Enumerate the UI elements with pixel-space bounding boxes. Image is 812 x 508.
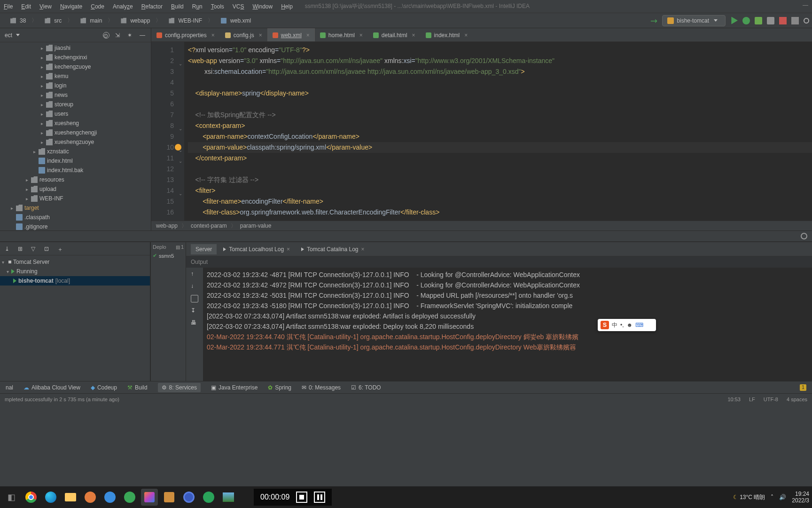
wrap-icon[interactable]: [191, 295, 198, 302]
menu-file[interactable]: File: [4, 3, 13, 10]
close-icon[interactable]: ×: [361, 246, 365, 253]
tab-detail.html[interactable]: detail.html×: [368, 28, 421, 41]
indent[interactable]: 4 spaces: [787, 397, 807, 402]
menu-edit[interactable]: Edit: [21, 3, 31, 10]
tree-item-xuesheng[interactable]: xuesheng: [0, 119, 151, 128]
tab-config.properties[interactable]: config.properties×: [151, 28, 220, 41]
ime-lang[interactable]: 中: [612, 321, 617, 329]
chrome-icon[interactable]: [23, 489, 39, 506]
run-tab-tomcat-localhost-log[interactable]: Tomcat Localhost Log×: [219, 244, 295, 254]
app5-icon[interactable]: [180, 489, 197, 506]
close-icon[interactable]: ×: [287, 246, 290, 253]
tree-item-index.html.bak[interactable]: index.html.bak: [0, 166, 151, 175]
edge-icon[interactable]: [42, 489, 59, 506]
run-tab-tomcat-catalina-log[interactable]: Tomcat Catalina Log×: [297, 244, 369, 254]
tree-item-WEB-INF[interactable]: WEB-INF: [0, 194, 151, 203]
hide-icon[interactable]: —: [140, 32, 146, 39]
line-number[interactable]: 1: [151, 45, 174, 56]
debug-icon[interactable]: [742, 17, 750, 24]
line-number[interactable]: 3: [151, 66, 174, 77]
code-breadcrumb-context-param[interactable]: context-param: [191, 222, 227, 229]
breadcrumb-WEB-INF[interactable]: WEB-INF: [164, 16, 205, 25]
tree-item-index.html[interactable]: index.html: [0, 156, 151, 166]
menu-tools[interactable]: Tools: [211, 3, 224, 10]
editor-body[interactable]: 12345678910111213141516⌄⌄⌄⌄⌄ <?xml versi…: [151, 42, 812, 221]
caret-pos[interactable]: 10:53: [727, 397, 741, 402]
breadcrumb-web.xml[interactable]: web.xml: [216, 16, 254, 25]
filter-icon[interactable]: ▽: [31, 246, 38, 252]
menu-analyze[interactable]: Analyze: [113, 3, 133, 10]
app2-icon[interactable]: [102, 489, 118, 506]
update-icon[interactable]: [791, 17, 799, 24]
gear-icon[interactable]: [801, 233, 807, 239]
tree-item-kemu[interactable]: kemu: [0, 71, 151, 81]
line-number[interactable]: 11: [151, 153, 174, 164]
menu-run[interactable]: Run: [192, 3, 203, 10]
gutter[interactable]: 12345678910111213141516⌄⌄⌄⌄⌄: [151, 42, 184, 221]
layout-icon[interactable]: ⊞: [18, 246, 24, 252]
run-tab-server[interactable]: Server: [191, 244, 217, 254]
tree-item-jiaoshi[interactable]: jiaoshi: [0, 43, 151, 53]
project-view-select[interactable]: ect: [5, 32, 20, 39]
line-number[interactable]: 14: [151, 185, 174, 196]
tree-item-target[interactable]: target: [0, 203, 151, 213]
line-number[interactable]: 10: [151, 142, 174, 153]
expand-all-icon[interactable]: ⇲: [115, 32, 122, 39]
event-badge[interactable]: 1: [800, 384, 806, 391]
close-icon[interactable]: ×: [464, 32, 468, 39]
app4-icon[interactable]: [161, 489, 178, 506]
stop-icon[interactable]: [779, 17, 787, 24]
line-number[interactable]: 8: [151, 120, 174, 131]
app3-icon[interactable]: [121, 489, 138, 506]
aliyun-tab[interactable]: ☁Alibaba Cloud View: [23, 384, 80, 391]
profile-icon[interactable]: [767, 17, 774, 24]
down-icon[interactable]: ↓: [191, 283, 198, 290]
pin-icon[interactable]: ⊡: [44, 246, 51, 252]
tree-item-login[interactable]: login: [0, 81, 151, 90]
line-number[interactable]: 4: [151, 77, 174, 88]
spring-tab[interactable]: ✿Spring: [268, 384, 291, 391]
console-output[interactable]: 2022-03-02 19:23:42 -4871 [RMI TCP Conne…: [203, 268, 812, 381]
menu-navigate[interactable]: Navigate: [60, 3, 82, 10]
ime-emoji-icon[interactable]: ☻: [627, 322, 633, 328]
tab-home.html[interactable]: home.html×: [315, 28, 368, 41]
tree-item-news[interactable]: news: [0, 90, 151, 100]
line-number[interactable]: 13: [151, 175, 174, 185]
line-number[interactable]: 9: [151, 131, 174, 142]
code-breadcrumb-web-app[interactable]: web-app: [156, 222, 178, 229]
server-group[interactable]: ▾ Tomcat Server: [0, 257, 150, 267]
menu-help[interactable]: Help: [281, 3, 293, 10]
tab-config.js[interactable]: config.js×: [220, 28, 267, 41]
close-icon[interactable]: ×: [412, 32, 415, 39]
line-number[interactable]: 5: [151, 88, 174, 99]
select-opened-icon[interactable]: ⊙: [103, 32, 109, 39]
scroll-icon[interactable]: ↧: [191, 307, 198, 315]
breadcrumb-src[interactable]: src: [40, 16, 64, 25]
line-sep[interactable]: LF: [749, 397, 755, 402]
tray-time[interactable]: 19:242022/3: [792, 491, 809, 504]
media-player[interactable]: 00:00:09: [254, 489, 332, 506]
breadcrumb-webapp[interactable]: webapp: [116, 16, 153, 25]
stop-button[interactable]: [296, 492, 307, 503]
weather-widget[interactable]: ☾ 13°C 晴朗: [733, 493, 765, 501]
ime-toolbar[interactable]: S 中 •, ☻ ⌨: [598, 319, 656, 331]
code-area[interactable]: <?xml version="1.0" encoding="UTF-8"?><w…: [184, 42, 812, 221]
tree-item-.classpath[interactable]: .classpath: [0, 213, 151, 222]
close-icon[interactable]: ×: [359, 32, 363, 39]
tray-chevron-icon[interactable]: ˄: [771, 494, 773, 500]
start-icon[interactable]: ◧: [3, 489, 20, 506]
close-icon[interactable]: ×: [211, 32, 215, 39]
codeup-tab[interactable]: ◆Codeup: [91, 384, 117, 391]
tree-item-kechengzuoye[interactable]: kechengzuoye: [0, 62, 151, 71]
tab-index.html[interactable]: index.html×: [421, 28, 473, 41]
print-icon[interactable]: 🖶: [191, 319, 198, 327]
breadcrumb-38[interactable]: 38: [6, 16, 29, 25]
tree-item-xznstatic[interactable]: xznstatic: [0, 147, 151, 156]
line-number[interactable]: 7: [151, 110, 174, 120]
settings-icon[interactable]: ✶: [127, 32, 134, 39]
menu-view[interactable]: View: [39, 3, 52, 10]
menu-vcs[interactable]: VCS: [233, 3, 244, 10]
explorer-icon[interactable]: [62, 489, 79, 506]
servers-tree[interactable]: ▾ Tomcat Server ▾ Running bishe-tomcat […: [0, 255, 150, 381]
tree-item-xueshengchengji[interactable]: xueshengchengji: [0, 128, 151, 137]
